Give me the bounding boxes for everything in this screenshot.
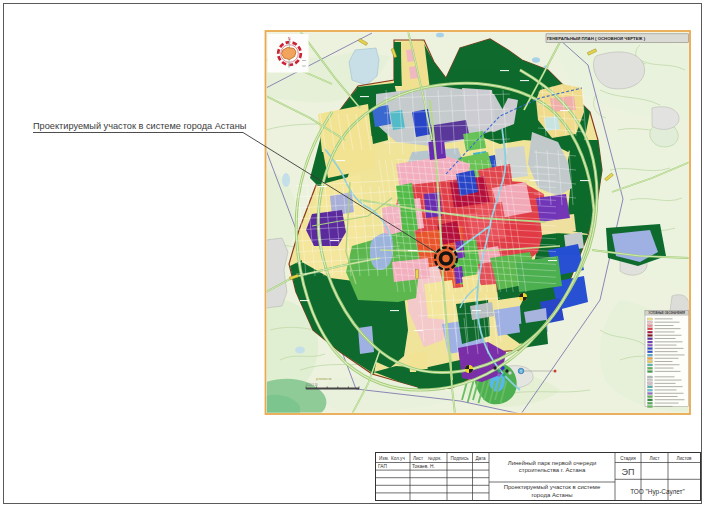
svg-text:условные км: условные км: [316, 378, 332, 381]
svg-text:Стадия: Стадия: [620, 456, 636, 461]
svg-text:№док.: №док.: [428, 456, 441, 461]
svg-text:Проектируемый участок в систем: Проектируемый участок в системе города А…: [33, 121, 246, 131]
svg-text:ЭП: ЭП: [622, 467, 635, 477]
svg-text:0 2,5 5 10: 0 2,5 5 10: [306, 383, 318, 387]
svg-text:УСЛОВНЫЕ ОБОЗНАЧЕНИЯ: УСЛОВНЫЕ ОБОЗНАЧЕНИЯ: [649, 311, 685, 315]
svg-text:Лист: Лист: [413, 456, 424, 461]
svg-text:Кол.уч: Кол.уч: [391, 456, 405, 461]
svg-text:ТОО "Нур-Саулет": ТОО "Нур-Саулет": [630, 488, 685, 496]
svg-text:Лист: Лист: [650, 456, 661, 461]
svg-text:города Астаны: города Астаны: [531, 492, 572, 498]
svg-text:Проектируемый участок в систем: Проектируемый участок в системе: [504, 484, 601, 490]
svg-text:Линейный парк первой очереди: Линейный парк первой очереди: [508, 460, 597, 466]
svg-text:Изм.: Изм.: [379, 456, 389, 461]
svg-text:строительства г. Астана: строительства г. Астана: [519, 467, 586, 473]
svg-text:Дата: Дата: [475, 456, 486, 461]
svg-text:Подпись: Подпись: [450, 456, 469, 461]
svg-text:ГАП: ГАП: [378, 464, 387, 469]
svg-text:Токаев. Н.: Токаев. Н.: [412, 464, 435, 469]
svg-text:ГЕНЕРАЛЬНЫЙ ПЛАН ( ОСНОВНОЙ ЧЕ: ГЕНЕРАЛЬНЫЙ ПЛАН ( ОСНОВНОЙ ЧЕРТЁЖ ): [547, 36, 646, 41]
svg-text:Листов: Листов: [677, 456, 692, 461]
